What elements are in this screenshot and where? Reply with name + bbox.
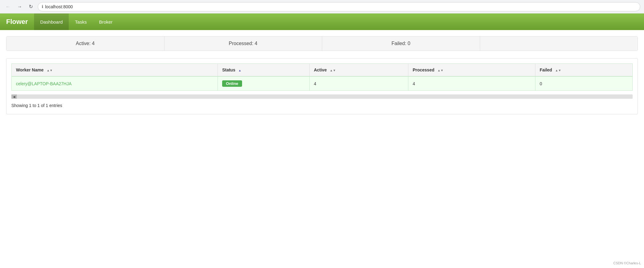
table-header-row: Worker Name ▲▼ Status ▲ Active ▲▼ Proces…	[12, 64, 633, 77]
col-status[interactable]: Status ▲	[218, 64, 310, 77]
navbar-items: Dashboard Tasks Broker	[34, 13, 119, 30]
sort-failed-icon: ▲▼	[555, 69, 561, 72]
navbar: Flower Dashboard Tasks Broker	[0, 13, 644, 30]
stat-processed: Processed: 4	[164, 36, 322, 51]
nav-dashboard[interactable]: Dashboard	[34, 13, 69, 30]
status-badge: Online	[222, 80, 242, 87]
col-processed[interactable]: Processed ▲▼	[408, 64, 535, 77]
brand-logo: Flower	[0, 13, 34, 30]
stat-failed: Failed: 0	[322, 36, 480, 51]
pagination-info: Showing 1 to 1 of 1 entries	[11, 102, 633, 109]
forward-button[interactable]: →	[15, 3, 24, 11]
cell-status: Online	[218, 76, 310, 91]
cell-processed: 4	[408, 76, 535, 91]
main-content: Active: 4 Processed: 4 Failed: 0 Worker …	[0, 30, 644, 121]
url-text: localhost:8000	[45, 4, 73, 9]
info-icon: ℹ	[42, 4, 43, 9]
table-row: celery@LAPTOP-BAA27HJA Online 4 4 0	[12, 76, 633, 91]
sort-worker-name-icon: ▲▼	[47, 69, 53, 72]
col-failed[interactable]: Failed ▲▼	[535, 64, 632, 77]
address-bar[interactable]: ℹ localhost:8000	[38, 2, 640, 11]
cell-active: 4	[309, 76, 408, 91]
nav-broker[interactable]: Broker	[93, 13, 119, 30]
scroll-left-button[interactable]: ◀	[11, 94, 17, 99]
table-container: Worker Name ▲▼ Status ▲ Active ▲▼ Proces…	[6, 58, 638, 114]
workers-table: Worker Name ▲▼ Status ▲ Active ▲▼ Proces…	[11, 63, 633, 91]
horizontal-scrollbar[interactable]: ◀	[11, 94, 633, 99]
stats-bar: Active: 4 Processed: 4 Failed: 0	[6, 36, 638, 51]
cell-failed: 0	[535, 76, 632, 91]
col-worker-name[interactable]: Worker Name ▲▼	[12, 64, 218, 77]
sort-processed-icon: ▲▼	[438, 69, 444, 72]
col-active[interactable]: Active ▲▼	[309, 64, 408, 77]
back-button[interactable]: ←	[4, 3, 12, 11]
stat-extra	[480, 36, 638, 51]
stat-active: Active: 4	[6, 36, 164, 51]
sort-active-icon: ▲▼	[330, 69, 336, 72]
refresh-button[interactable]: ↻	[27, 2, 35, 11]
sort-status-icon: ▲	[238, 69, 241, 72]
nav-tasks[interactable]: Tasks	[69, 13, 93, 30]
worker-name-link[interactable]: celery@LAPTOP-BAA27HJA	[16, 81, 71, 86]
browser-chrome: ← → ↻ ℹ localhost:8000	[0, 0, 644, 13]
cell-worker-name: celery@LAPTOP-BAA27HJA	[12, 76, 218, 91]
